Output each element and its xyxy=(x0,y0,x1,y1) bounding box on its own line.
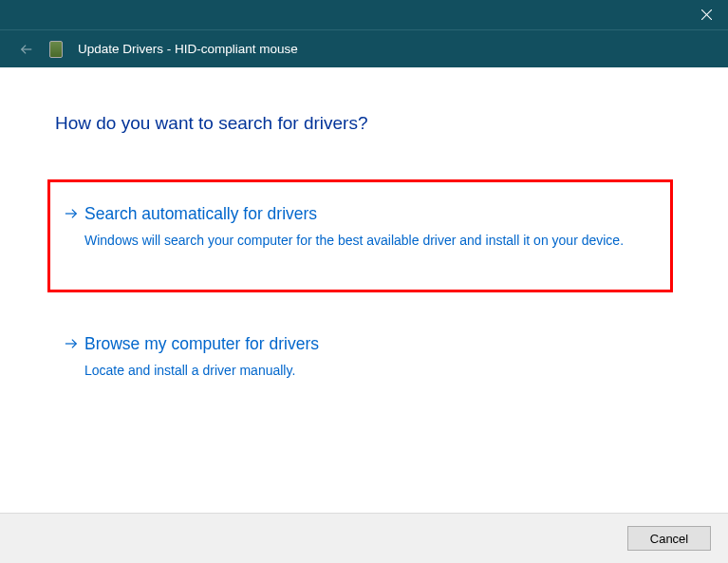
arrow-right-icon xyxy=(64,338,79,349)
back-arrow-icon xyxy=(20,43,33,56)
wizard-footer: Cancel xyxy=(0,513,728,563)
wizard-header: Update Drivers - HID-compliant mouse xyxy=(0,29,728,67)
cancel-button[interactable]: Cancel xyxy=(627,526,711,551)
wizard-content: How do you want to search for drivers? S… xyxy=(0,67,728,398)
option-title: Browse my computer for drivers xyxy=(84,333,657,355)
arrow-right-icon xyxy=(64,208,79,219)
option-title: Search automatically for drivers xyxy=(84,203,663,225)
wizard-title: Update Drivers - HID-compliant mouse xyxy=(78,42,298,56)
back-button[interactable] xyxy=(19,42,34,57)
option-browse-computer[interactable]: Browse my computer for drivers Locate an… xyxy=(55,315,673,398)
page-heading: How do you want to search for drivers? xyxy=(55,113,673,134)
option-description: Locate and install a driver manually. xyxy=(84,361,657,380)
device-icon xyxy=(49,41,63,58)
option-text: Search automatically for drivers Windows… xyxy=(84,203,663,250)
close-icon xyxy=(701,9,712,20)
option-text: Browse my computer for drivers Locate an… xyxy=(84,333,657,380)
close-button[interactable] xyxy=(684,0,728,29)
option-description: Windows will search your computer for th… xyxy=(84,231,663,250)
option-search-automatically[interactable]: Search automatically for drivers Windows… xyxy=(47,179,673,292)
titlebar xyxy=(0,0,728,29)
